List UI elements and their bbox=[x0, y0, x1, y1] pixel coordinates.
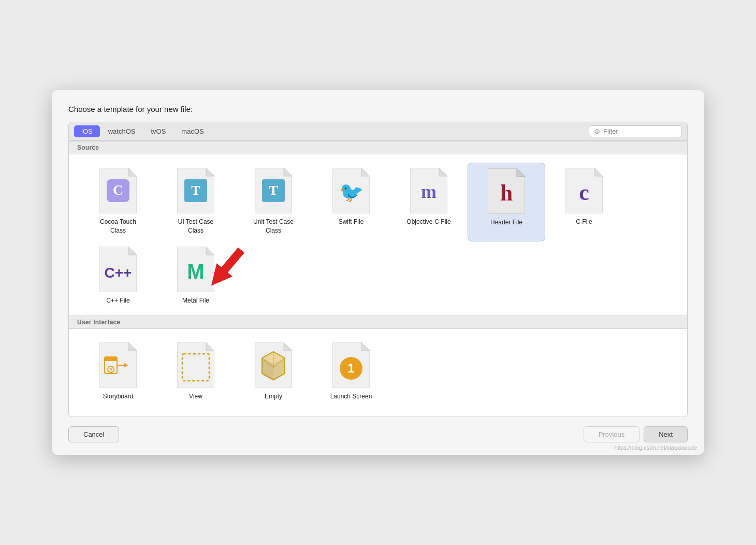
svg-marker-25 bbox=[128, 247, 137, 255]
svg-marker-41 bbox=[206, 342, 214, 351]
svg-point-37 bbox=[110, 368, 112, 370]
svg-marker-5 bbox=[206, 168, 214, 176]
swift-file-label: Swift File bbox=[339, 218, 364, 226]
view-icon bbox=[177, 342, 214, 388]
source-grid: C Cocoa TouchClass T UI Test CaseClass bbox=[69, 154, 687, 315]
bottom-bar: Cancel Previous Next bbox=[68, 426, 688, 442]
template-ui-test-case-class[interactable]: T UI Test CaseClass bbox=[157, 163, 235, 241]
svg-rect-35 bbox=[105, 357, 117, 361]
empty-label: Empty bbox=[265, 392, 282, 401]
storyboard-label: Storyboard bbox=[103, 392, 134, 401]
svg-marker-13 bbox=[361, 168, 370, 176]
svg-text:M: M bbox=[187, 260, 204, 283]
template-cpp-file[interactable]: C++ C++ File bbox=[79, 241, 157, 311]
metal-file-icon: M bbox=[177, 247, 214, 292]
ui-test-case-class-icon: T bbox=[177, 168, 214, 213]
launch-screen-label: Launch Screen bbox=[330, 392, 372, 401]
metal-file-label: Metal File bbox=[182, 296, 209, 305]
c-file-icon: c bbox=[565, 168, 603, 213]
template-storyboard[interactable]: Storyboard bbox=[79, 337, 157, 407]
template-view[interactable]: View bbox=[157, 337, 235, 407]
filter-icon: ⊜ bbox=[594, 127, 600, 135]
filter-box: ⊜ bbox=[589, 125, 682, 137]
svg-marker-19 bbox=[517, 168, 525, 177]
tab-ios[interactable]: iOS bbox=[74, 125, 100, 137]
cocoa-touch-class-label: Cocoa TouchClass bbox=[100, 218, 136, 235]
objective-c-file-label: Objective-C File bbox=[406, 218, 450, 226]
launch-screen-icon: 1 bbox=[332, 342, 370, 388]
svg-marker-53 bbox=[361, 342, 370, 351]
svg-marker-32 bbox=[128, 342, 137, 351]
svg-marker-16 bbox=[439, 168, 447, 176]
template-unit-test-case-class[interactable]: T Unit Test CaseClass bbox=[235, 163, 312, 241]
user-interface-grid: Storyboard View bbox=[69, 329, 687, 411]
svg-text:C: C bbox=[113, 182, 123, 198]
template-swift-file[interactable]: 🐦 Swift File bbox=[312, 163, 390, 241]
new-file-dialog: Choose a template for your new file: iOS… bbox=[52, 90, 704, 454]
filter-input[interactable] bbox=[603, 127, 671, 135]
user-interface-section-header: User Interface bbox=[69, 315, 687, 329]
template-metal-file[interactable]: M Metal File bbox=[157, 241, 235, 311]
nav-buttons: Previous Next bbox=[584, 426, 688, 442]
platform-tabs: iOS watchOS tvOS macOS ⊜ bbox=[68, 122, 688, 141]
svg-marker-9 bbox=[284, 168, 292, 176]
template-objective-c-file[interactable]: m Objective-C File bbox=[390, 163, 468, 241]
view-label: View bbox=[189, 392, 202, 401]
svg-text:1: 1 bbox=[347, 361, 354, 375]
template-cocoa-touch-class[interactable]: C Cocoa TouchClass bbox=[79, 163, 157, 241]
objective-c-file-icon: m bbox=[410, 168, 447, 213]
cpp-file-icon: C++ bbox=[99, 247, 137, 292]
unit-test-case-class-icon: T bbox=[255, 168, 292, 213]
svg-marker-1 bbox=[128, 168, 137, 176]
previous-button[interactable]: Previous bbox=[584, 426, 640, 442]
template-launch-screen[interactable]: 1 Launch Screen bbox=[312, 337, 390, 407]
watermark: https://blog.csdn.net/xiaoxiacode bbox=[614, 444, 697, 451]
svg-text:T: T bbox=[269, 183, 278, 198]
svg-text:m: m bbox=[421, 181, 437, 202]
empty-icon bbox=[255, 342, 292, 388]
template-c-file[interactable]: c C File bbox=[545, 163, 623, 241]
tab-tvos[interactable]: tvOS bbox=[143, 125, 173, 137]
tab-watchos[interactable]: watchOS bbox=[101, 125, 143, 137]
storyboard-icon bbox=[99, 342, 137, 388]
svg-text:c: c bbox=[579, 180, 589, 205]
header-file-icon: h bbox=[488, 168, 525, 214]
dialog-title: Choose a template for your new file: bbox=[68, 105, 688, 113]
ui-test-case-class-label: UI Test CaseClass bbox=[178, 218, 213, 235]
cocoa-touch-class-icon: C bbox=[99, 168, 137, 213]
cpp-file-label: C++ File bbox=[106, 296, 129, 305]
next-button[interactable]: Next bbox=[644, 426, 688, 442]
svg-marker-22 bbox=[594, 168, 603, 176]
template-empty[interactable]: Empty bbox=[235, 337, 312, 407]
svg-text:T: T bbox=[191, 183, 200, 198]
svg-text:C++: C++ bbox=[105, 265, 132, 281]
cancel-button[interactable]: Cancel bbox=[68, 426, 119, 442]
c-file-label: C File bbox=[576, 218, 592, 226]
svg-text:🐦: 🐦 bbox=[339, 180, 364, 204]
template-header-file[interactable]: h Header File bbox=[468, 163, 545, 241]
unit-test-case-class-label: Unit Test CaseClass bbox=[253, 218, 294, 235]
content-area: Source C Cocoa TouchClass bbox=[68, 141, 688, 417]
svg-marker-28 bbox=[206, 247, 214, 255]
swift-file-icon: 🐦 bbox=[332, 168, 370, 213]
svg-text:h: h bbox=[500, 180, 513, 206]
tab-macos[interactable]: macOS bbox=[174, 125, 211, 137]
header-file-label: Header File bbox=[490, 218, 522, 227]
svg-marker-44 bbox=[284, 342, 292, 351]
source-section-header: Source bbox=[69, 141, 687, 154]
